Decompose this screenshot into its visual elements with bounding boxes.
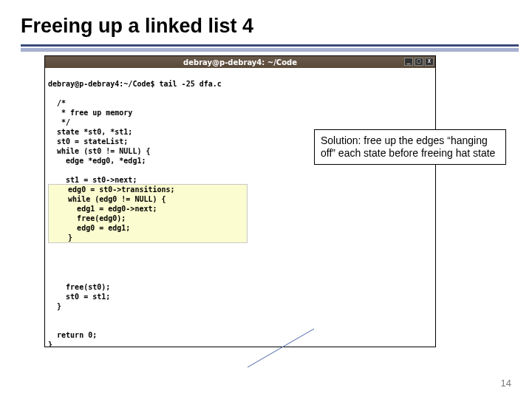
terminal-window: debray@p-debray4: ~/Code _ □ x debray@p-…	[44, 55, 436, 347]
maximize-button[interactable]: □	[415, 58, 423, 66]
slide-title: Freeing up a linked list 4	[21, 15, 253, 38]
title-underline	[0, 44, 532, 52]
callout-text: Solution: free up the edges “hanging off…	[321, 134, 495, 159]
terminal-title: debray@p-debray4: ~/Code	[183, 58, 297, 66]
page-number: 14	[501, 378, 511, 389]
minimize-button[interactable]: _	[404, 58, 413, 66]
code-highlight: edg0 = st0->transitions; while (edg0 != …	[50, 185, 175, 242]
prompt-line: debray@p-debray4:~/Code$ tail -25 dfa.c	[48, 80, 222, 88]
terminal-titlebar: debray@p-debray4: ~/Code _ □ x	[45, 56, 435, 68]
code-highlight-block: edg0 = st0->transitions; while (edg0 != …	[48, 184, 248, 243]
code-top: /* * free up memory */ state *st0, *st1;…	[48, 99, 150, 184]
terminal-body: debray@p-debray4:~/Code$ tail -25 dfa.c …	[45, 68, 435, 347]
solution-callout: Solution: free up the edges “hanging off…	[314, 129, 506, 165]
code-bottom: free(st0); st0 = st1; } return 0; } debr…	[48, 283, 160, 347]
close-button[interactable]: x	[425, 58, 434, 66]
